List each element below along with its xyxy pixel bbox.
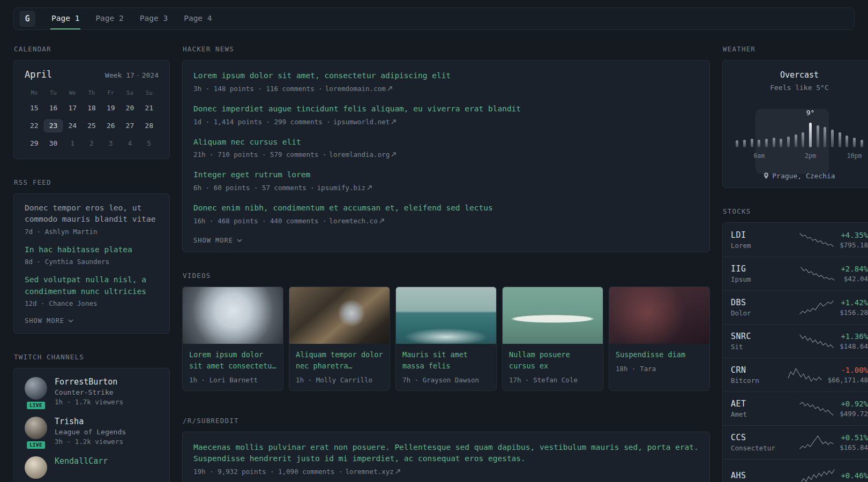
reddit-post-meta: 19h · 9,932 points · 1,090 comments · lo…	[193, 468, 699, 476]
avatar: LIVE	[25, 377, 47, 406]
stock-symbol: SNRC	[731, 332, 799, 341]
chevron-down-icon	[237, 239, 242, 242]
twitch-channel[interactable]: LIVE Trisha League of Legends 3h · 1.2k …	[25, 417, 159, 446]
stock-sparkline	[800, 266, 835, 281]
rss-show-more-button[interactable]: SHOW MORE	[25, 317, 73, 325]
calendar-dow: Sa	[121, 88, 140, 97]
tab-page-1[interactable]: Page 1	[50, 8, 80, 29]
hn-item-domain[interactable]: loremlandia.org	[329, 150, 396, 159]
rss-item-title[interactable]: Donec tempor eros leo, ut commodo mauris…	[25, 202, 159, 225]
twitch-channel[interactable]: KendallCarr	[25, 456, 159, 479]
stock-price: $499.72	[840, 410, 868, 418]
twitch-channel[interactable]: LIVE ForrestBurton Counter-Strike 1h · 1…	[25, 377, 159, 406]
hn-item-title[interactable]: Integer eget rutrum lorem	[193, 169, 699, 181]
stocks-panel: LDI Lorem +4.35% $795.18 IIG Ipsum	[722, 222, 868, 482]
calendar-day: 25	[82, 119, 101, 132]
video-card[interactable]: Nullam posuere cursus ex 17h · Stefan Co…	[502, 287, 603, 391]
right-column: WEATHER Overcast Feels like 5°C 9° 6am2p…	[722, 45, 868, 482]
calendar-day-next-month: 4	[121, 137, 140, 150]
stock-row[interactable]: CCS Consectetur +0.51% $165.84	[723, 425, 868, 459]
tab-page-2[interactable]: Page 2	[94, 8, 124, 29]
rss-item: Donec tempor eros leo, ut commodo mauris…	[25, 202, 159, 236]
video-card[interactable]: Suspendisse diam 18h · Tara	[609, 287, 710, 391]
hn-item-domain[interactable]: loremdomain.com	[325, 85, 392, 93]
stock-sparkline	[799, 300, 834, 315]
video-title[interactable]: Aliquam tempor dolor nec pharetra…	[296, 349, 383, 372]
stock-change: -1.00%	[828, 366, 868, 374]
video-meta: 7h · Grayson Dawson	[402, 376, 490, 384]
rss-item-meta: 12d · Chance Jones	[25, 299, 159, 307]
videos-widget: VIDEOS Lorem ipsum dolor sit amet consec…	[182, 272, 710, 391]
app-logo[interactable]: G	[19, 11, 35, 27]
stock-row[interactable]: IIG Ipsum +2.84% $42.04	[723, 257, 868, 290]
weather-chart: 9° 6am2pm10pm	[734, 120, 865, 160]
hn-item-title[interactable]: Lorem ipsum dolor sit amet, consectetur …	[193, 70, 699, 82]
stock-name: Bitcorn	[731, 376, 787, 385]
channel-name[interactable]: ForrestBurton	[55, 377, 123, 387]
hn-item-domain[interactable]: loremtech.co	[329, 217, 384, 225]
hn-item-domain[interactable]: ipsumify.biz	[317, 184, 372, 192]
calendar-day: 30	[44, 137, 63, 150]
stock-price: $148.64	[840, 342, 868, 350]
channel-game: Counter-Strike	[55, 388, 123, 396]
stock-row[interactable]: AET Amet +0.92% $499.72	[723, 391, 868, 425]
calendar-day-next-month: 2	[82, 137, 101, 150]
reddit-post-title[interactable]: Maecenas mollis pulvinar erat non posuer…	[193, 442, 699, 465]
stock-row[interactable]: CRN Bitcorn -1.00% $66,171.48	[723, 358, 868, 391]
calendar-day: 15	[25, 102, 44, 115]
dashboard-grid: CALENDAR April Week 17·2024 Mo Tu We Th …	[0, 30, 868, 482]
hn-item-meta: 1d · 1,414 points · 299 comments · ipsum…	[193, 118, 699, 126]
tab-page-3[interactable]: Page 3	[139, 8, 169, 29]
stock-symbol: AHS	[731, 471, 800, 480]
stock-sparkline	[799, 232, 834, 247]
stock-row[interactable]: SNRC Sit +1.36% $148.64	[723, 324, 868, 358]
topbar: G Page 1 Page 2 Page 3 Page 4	[13, 7, 855, 30]
video-title[interactable]: Lorem ipsum dolor sit amet consectetu…	[189, 349, 276, 372]
hn-item-title[interactable]: Donec enim nibh, condimentum et accumsan…	[193, 202, 699, 214]
calendar-week-year: Week 17·2024	[105, 71, 159, 79]
rss-item-title[interactable]: Sed volutpat nulla nisl, a condimentum n…	[25, 274, 159, 297]
hn-item-title[interactable]: Aliquam nec cursus elit	[193, 137, 699, 148]
stock-name: Dolor	[731, 309, 799, 317]
stock-symbol: DBS	[731, 298, 799, 307]
channel-game: League of Legends	[55, 428, 126, 436]
calendar-dow: Tu	[44, 88, 63, 97]
stock-row[interactable]: DBS Dolor +1.42% $156.28	[723, 290, 868, 324]
rss-widget: RSS FEED Donec tempor eros leo, ut commo…	[13, 178, 170, 334]
calendar-day: 26	[101, 119, 121, 132]
channel-name[interactable]: Trisha	[55, 417, 126, 426]
hackernews-header: HACKER NEWS	[183, 45, 709, 53]
hn-item-meta: 21h · 710 points · 579 comments · loreml…	[193, 150, 699, 159]
video-thumbnail	[396, 287, 496, 344]
rss-item-title[interactable]: In hac habitasse platea	[25, 244, 159, 255]
avatar	[25, 456, 47, 479]
hn-item-meta: 3h · 148 points · 116 comments · loremdo…	[193, 85, 699, 93]
video-card[interactable]: Lorem ipsum dolor sit amet consectetu… 1…	[182, 287, 283, 391]
stock-price: $795.18	[840, 241, 868, 249]
reddit-post: Maecenas mollis pulvinar erat non posuer…	[193, 442, 699, 476]
external-link-icon	[387, 86, 392, 91]
video-title[interactable]: Nullam posuere cursus ex	[509, 349, 596, 372]
tab-page-4[interactable]: Page 4	[183, 8, 213, 29]
video-card[interactable]: Aliquam tempor dolor nec pharetra… 1h · …	[289, 287, 390, 391]
calendar-day-next-month: 1	[63, 137, 82, 150]
calendar-header: CALENDAR	[14, 45, 169, 53]
hn-item-title[interactable]: Donec imperdiet augue tincidunt felis al…	[193, 103, 699, 115]
rss-item: Sed volutpat nulla nisl, a condimentum n…	[25, 274, 159, 307]
reddit-post-domain[interactable]: loremnet.xyz	[345, 468, 400, 476]
stock-name: Amet	[731, 410, 799, 418]
video-title[interactable]: Mauris sit amet massa felis	[402, 349, 490, 372]
stock-sparkline	[800, 469, 835, 482]
channel-avatar	[25, 417, 47, 439]
calendar-dow: Mo	[25, 88, 44, 97]
external-link-icon	[379, 219, 384, 223]
stock-row[interactable]: LDI Lorem +4.35% $795.18	[723, 223, 868, 257]
video-card[interactable]: Mauris sit amet massa felis 7h · Grayson…	[395, 287, 497, 391]
rss-item: In hac habitasse platea 8d · Cynthia Sau…	[25, 244, 159, 266]
weather-bars	[734, 120, 865, 147]
stock-row[interactable]: AHS +0.46%	[723, 459, 868, 482]
hn-item-domain[interactable]: ipsumworld.net	[333, 118, 396, 126]
video-title[interactable]: Suspendisse diam	[616, 349, 703, 360]
channel-name[interactable]: KendallCarr	[55, 456, 108, 466]
hackernews-show-more-button[interactable]: SHOW MORE	[193, 237, 242, 244]
